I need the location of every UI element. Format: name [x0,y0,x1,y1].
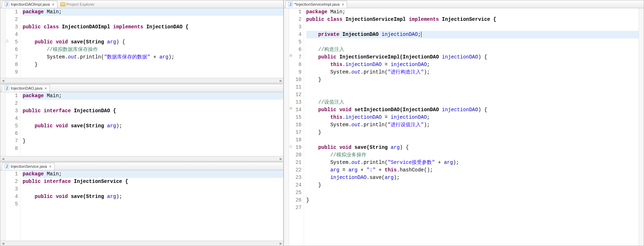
code-line[interactable] [23,130,283,137]
code-line[interactable]: package Main; [23,92,283,100]
line-number: 8 [293,61,302,68]
marker: ⊖ [289,53,293,61]
gutter: 12345 [9,170,20,241]
marker [289,166,293,174]
code-line[interactable]: public void save(String arg) { [23,38,283,46]
code-line[interactable]: } [306,129,639,136]
code-line[interactable]: package Main; [23,170,283,178]
scroll-left-icon[interactable]: ◀ [0,79,5,82]
code-line[interactable] [23,68,283,76]
code-line[interactable]: } [306,76,639,84]
code-area[interactable]: 12345678 package Main;public interface I… [0,92,283,156]
code-line[interactable] [306,189,639,197]
tab-injectionserviceimpl[interactable]: J *InjectionServiceImpl.java ✕ [285,1,347,8]
code-line[interactable] [23,200,283,208]
scroll-right-icon[interactable]: ▶ [278,79,283,82]
code-line[interactable]: System.out.println("进行构造注入"); [306,68,639,76]
code-line[interactable]: public void setInjectionDAO(InjectionDAO… [306,106,639,114]
line-number: 7 [9,137,18,145]
code-line[interactable]: public class InjectionServiceImpl implem… [306,16,639,23]
marker [289,76,293,84]
code-line[interactable] [23,100,283,107]
close-icon[interactable]: ✕ [44,86,47,90]
marker [289,121,293,129]
overview-ruler[interactable] [639,8,644,246]
line-number: 12 [293,91,302,99]
code-line[interactable] [306,204,639,212]
h-scrollbar[interactable]: ◀ ▶ [0,78,283,83]
code-line[interactable] [306,91,639,99]
code-line[interactable]: package Main; [306,8,639,16]
code-text[interactable]: package Main;public class InjectionServi… [304,8,639,246]
marker [289,197,293,204]
h-scrollbar[interactable]: ◀ ▶ [0,241,283,246]
code-line[interactable]: injectionDAO.save(arg); [306,174,639,181]
code-line[interactable]: this.injectionDAO = injectionDAO; [306,114,639,121]
scroll-left-icon[interactable]: ◀ [0,157,5,161]
code-text[interactable]: package Main;public interface InjectionD… [20,92,283,156]
code-line[interactable]: System.out.println("数据库保存的数据" + arg); [23,53,283,61]
tab-label: InjectionService.java [11,164,47,169]
marker [5,115,9,122]
code-area[interactable]: △ 123456789 package Main;public class In… [0,8,283,78]
code-line[interactable]: public void save(String arg); [23,193,283,200]
tab-project-explorer[interactable]: Project Explorer [58,1,97,8]
code-line[interactable]: } [23,61,283,68]
code-line[interactable]: public InjectionServiceImpl(InjectionDAO… [306,53,639,61]
scroll-right-icon[interactable]: ▶ [278,242,283,245]
line-number: 9 [9,68,18,76]
marker [289,31,293,38]
h-scrollbar[interactable]: ◀ ▶ [0,156,283,161]
code-area[interactable]: 12345 package Main;public interface Inje… [0,170,283,241]
code-line[interactable]: package Main; [23,8,283,16]
line-number: 3 [9,185,18,193]
line-number: 9 [293,68,302,76]
code-line[interactable] [23,185,283,193]
code-line[interactable]: //构造注入 [306,46,639,53]
code-line[interactable]: private InjectionDAO injectionDAO; [306,31,639,38]
line-number: 23 [293,174,302,181]
code-line[interactable] [23,145,283,152]
tab-injectionservice[interactable]: J InjectionService.java ✕ [2,163,55,170]
tab-injectiondao[interactable]: J InjectionDAO.java ✕ [2,85,50,92]
code-line[interactable]: } [306,197,639,204]
scroll-left-icon[interactable]: ◀ [0,242,5,245]
marker [289,91,293,99]
close-icon[interactable]: ✕ [48,165,52,168]
code-line[interactable] [306,84,639,91]
code-text[interactable]: package Main;public class InjectionDAOIm… [20,8,283,78]
tab-injectiondaoimpl[interactable]: J InjectionDAOImpl.java ✕ [2,1,57,8]
code-line[interactable] [306,23,639,31]
code-line[interactable] [23,115,283,122]
code-line[interactable]: //模拟数据库保存操作 [23,46,283,53]
code-line[interactable]: public interface InjectionService { [23,178,283,185]
marker [5,92,9,100]
marker [289,99,293,106]
code-line[interactable]: } [306,181,639,189]
code-line[interactable]: public interface InjectionDAO { [23,107,283,115]
code-line[interactable]: } [23,137,283,145]
code-area[interactable]: ⊖⊖△ 123456789101112131415161718192021222… [284,8,644,246]
marker [289,189,293,197]
code-line[interactable]: public void save(String arg) { [306,144,639,151]
code-line[interactable]: //模拟业务操作 [306,151,639,159]
code-line[interactable]: System.out.println("进行设值注入"); [306,121,639,129]
code-line[interactable]: System.out.println("Service接受参数" + arg); [306,159,639,166]
line-number: 5 [9,38,18,46]
line-number: 7 [293,53,302,61]
code-line[interactable]: //设值注入 [306,99,639,106]
close-icon[interactable]: ✕ [51,3,55,6]
code-line[interactable]: public class InjectionDAOImpl implements… [23,23,283,31]
code-line[interactable]: this.injectionDAO = injectionDAO; [306,61,639,68]
close-icon[interactable]: ✕ [341,3,345,6]
code-line[interactable] [23,16,283,23]
line-number: 2 [9,16,18,23]
line-number: 3 [9,23,18,31]
code-line[interactable] [306,38,639,46]
scroll-right-icon[interactable]: ▶ [278,157,283,161]
code-text[interactable]: package Main;public interface InjectionS… [20,170,283,241]
code-line[interactable]: public void save(String arg); [23,122,283,130]
code-line[interactable] [306,136,639,144]
code-line[interactable] [23,31,283,38]
code-line[interactable]: arg = arg + ":" + this.hashCode(); [306,166,639,174]
